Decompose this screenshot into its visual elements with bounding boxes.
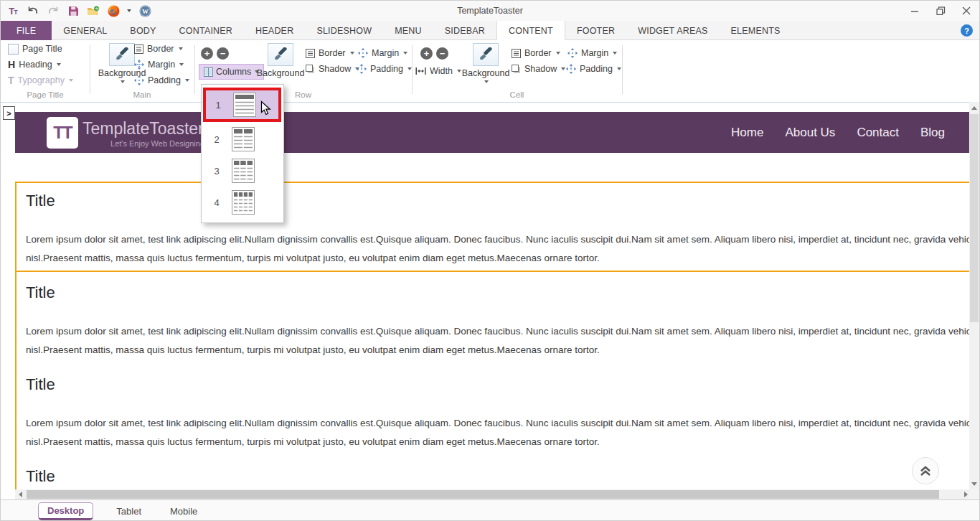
close-button[interactable] — [953, 1, 979, 21]
panel-expander-button[interactable] — [3, 106, 15, 120]
vertical-scroll-thumb[interactable] — [970, 114, 979, 322]
row-background-button[interactable]: Background — [258, 43, 303, 78]
row-body: Lorem ipsum dolor sit amet, test link ad… — [26, 414, 971, 451]
save-icon[interactable] — [67, 4, 80, 17]
cell-shadow-button[interactable]: Shadow — [512, 63, 565, 75]
nav-about-us[interactable]: About Us — [785, 126, 835, 140]
scroll-to-top-button[interactable] — [912, 457, 939, 484]
chevron-down-icon — [561, 67, 565, 70]
wordpress-icon[interactable]: W — [138, 4, 151, 17]
cell-width-button[interactable]: Width — [415, 65, 461, 77]
row-body: Lorem ipsum dolor sit amet, test link ad… — [26, 322, 971, 360]
tab-mobile[interactable]: Mobile — [164, 503, 203, 520]
tab-file[interactable]: FILE — [1, 21, 52, 40]
scroll-left-icon[interactable] — [15, 489, 25, 500]
cell-margin-button[interactable]: Margin — [567, 47, 617, 59]
row-padding-button[interactable]: Padding — [357, 63, 412, 75]
chevron-down-icon — [185, 79, 189, 82]
paintbrush-icon — [473, 43, 499, 66]
tab-body[interactable]: BODY — [118, 21, 167, 40]
title-bar: W TemplateToaster — [1, 1, 979, 21]
columns-option-3[interactable]: 3 — [202, 155, 283, 187]
tab-header[interactable]: HEADER — [244, 21, 305, 40]
paintbrush-icon — [109, 43, 135, 66]
main-border-button[interactable]: Border — [134, 43, 183, 55]
tab-menu[interactable]: MENU — [383, 21, 433, 40]
main-margin-button[interactable]: Margin — [134, 59, 184, 70]
chevron-down-icon — [179, 63, 184, 66]
firefox-icon[interactable] — [107, 4, 120, 17]
tab-widget-areas[interactable]: WIDGET AREAS — [626, 21, 719, 40]
content-row[interactable]: Title Lorem ipsum dolor sit amet, test l… — [17, 272, 971, 364]
vertical-scrollbar[interactable] — [969, 102, 979, 489]
four-column-icon — [232, 190, 255, 215]
heading-button[interactable]: Heading — [8, 59, 61, 70]
chevron-down-icon — [484, 80, 489, 83]
content-row[interactable]: Title Lorem ipsum dolor sit amet, test l… — [17, 364, 971, 456]
undo-icon[interactable] — [27, 4, 39, 17]
tab-footer[interactable]: FOOTER — [565, 21, 626, 40]
content-row[interactable]: Title Lorem ipsum dolor sit amet, test l… — [17, 456, 971, 489]
open-folder-icon[interactable] — [87, 4, 100, 17]
tab-tablet[interactable]: Tablet — [110, 503, 147, 520]
mouse-cursor-icon — [260, 100, 272, 119]
chevron-down-icon — [121, 80, 125, 83]
padding-icon — [357, 64, 367, 74]
tab-elements[interactable]: ELEMENTS — [720, 21, 792, 40]
row-title: Title — [26, 192, 971, 210]
columns-option-2[interactable]: 2 — [202, 123, 283, 155]
main-padding-button[interactable]: Padding — [134, 75, 189, 86]
tab-container[interactable]: CONTAINER — [168, 21, 245, 40]
content-row-selected[interactable]: Title Lorem ipsum dolor sit amet, test l… — [17, 182, 971, 272]
cell-background-button[interactable]: Background — [462, 43, 509, 83]
minimize-button[interactable] — [902, 1, 928, 21]
device-tab-bar: Desktop Tablet Mobile — [1, 499, 980, 521]
group-caption: Cell — [412, 90, 622, 99]
group-main: Background Border Margin Padding Main — [90, 40, 194, 101]
nav-home[interactable]: Home — [731, 126, 763, 140]
margin-icon — [567, 48, 578, 58]
nav-contact[interactable]: Contact — [857, 126, 899, 140]
columns-option-4[interactable]: 4 — [202, 187, 283, 218]
redo-icon[interactable] — [47, 4, 60, 17]
browser-dropdown-caret-icon[interactable] — [127, 9, 131, 12]
cell-padding-button[interactable]: Padding — [566, 63, 621, 75]
scroll-up-icon[interactable] — [969, 102, 979, 113]
horizontal-scrollbar[interactable] — [15, 489, 971, 499]
window-controls — [902, 1, 979, 21]
tab-general[interactable]: GENERAL — [52, 21, 118, 40]
page-title-checkbox[interactable] — [8, 44, 19, 55]
remove-row-button[interactable] — [217, 47, 229, 60]
cell-border-button[interactable]: Border — [512, 47, 560, 59]
tab-content[interactable]: CONTENT — [496, 21, 565, 40]
row-margin-button[interactable]: Margin — [358, 47, 407, 59]
chevron-down-icon — [350, 52, 354, 55]
columns-button[interactable]: Columns — [199, 64, 264, 80]
app-logo-icon — [6, 4, 19, 17]
remove-cell-button[interactable] — [436, 47, 448, 60]
tab-sidebar[interactable]: SIDEBAR — [433, 21, 496, 40]
site-brand-name: TemplateToaster — [83, 119, 204, 139]
border-icon — [512, 49, 521, 58]
typography-button[interactable]: Typography — [8, 75, 73, 86]
group-page-title: Page Title Heading Typography Page Title — [1, 40, 90, 101]
add-cell-button[interactable] — [420, 47, 433, 60]
row-shadow-button[interactable]: Shadow — [306, 63, 359, 75]
chevron-down-icon — [69, 79, 73, 82]
help-icon[interactable] — [961, 24, 973, 37]
three-column-icon — [232, 159, 255, 183]
tab-slideshow[interactable]: SLIDESHOW — [305, 21, 383, 40]
add-row-button[interactable] — [201, 47, 213, 60]
scroll-down-icon[interactable] — [969, 478, 979, 489]
horizontal-scroll-thumb[interactable] — [27, 490, 939, 499]
shadow-icon — [306, 65, 315, 74]
paintbrush-icon — [268, 43, 293, 66]
row-border-button[interactable]: Border — [306, 47, 354, 59]
nav-blog[interactable]: Blog — [920, 126, 945, 140]
svg-text:W: W — [142, 8, 149, 15]
tab-desktop[interactable]: Desktop — [38, 502, 93, 520]
margin-icon — [358, 48, 368, 58]
group-caption: Main — [90, 90, 194, 99]
restore-button[interactable] — [928, 1, 953, 21]
page-title-toggle[interactable]: Page Title — [8, 43, 62, 55]
